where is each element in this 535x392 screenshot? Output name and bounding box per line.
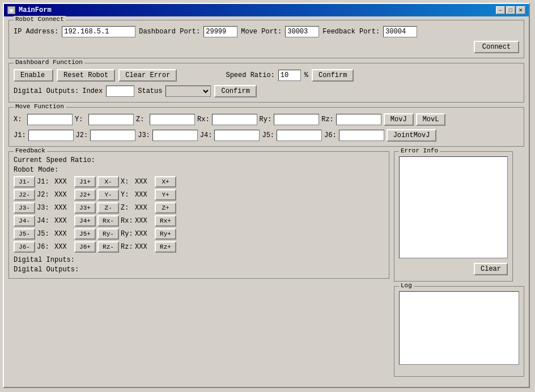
jog-val2-3: XXX: [135, 217, 153, 225]
clear-error-button[interactable]: Clear Error: [118, 69, 177, 82]
digital-index-input[interactable]: [106, 86, 134, 97]
jog-minus2-btn-3[interactable]: Rx-: [97, 215, 119, 227]
jog-minus2-btn-5[interactable]: Rz-: [97, 241, 119, 253]
main-window: ▣ MainForm − □ ✕ Robot Connect IP Addres…: [3, 3, 530, 388]
jog-minus2-btn-0[interactable]: X-: [97, 176, 119, 188]
j2-label: J2:: [76, 131, 88, 139]
title-bar-controls: − □ ✕: [496, 6, 525, 14]
jog-minus-btn-4[interactable]: J5-: [14, 228, 35, 240]
connect-row: Connect: [14, 41, 519, 53]
j5-input[interactable]: [277, 130, 322, 141]
jog-minus2-btn-1[interactable]: Y-: [97, 189, 119, 201]
j1-label: J1:: [14, 131, 26, 139]
jog-container: J1- J1: XXX J1+ X- X: XXX X+ J2- J2: XXX…: [14, 176, 384, 253]
title-bar-text: ▣ MainForm: [7, 6, 52, 14]
jog-row-1: J2- J2: XXX J2+ Y- Y: XXX Y+: [14, 189, 384, 201]
jog-minus-btn-2[interactable]: J3-: [14, 202, 35, 214]
ry-input[interactable]: [274, 114, 319, 125]
jog-val-5: XXX: [54, 243, 73, 251]
dashboard-label: Dashboard Function: [14, 59, 84, 66]
jog-row-4: J5- J5: XXX J5+ Ry- Ry: XXX Ry+: [14, 228, 384, 240]
dashboard-port-input[interactable]: [203, 26, 237, 37]
jog-val2-label-2: Z:: [121, 204, 133, 212]
jog-minus-btn-0[interactable]: J1-: [14, 176, 35, 188]
jog-plus-btn-1[interactable]: J2+: [74, 189, 96, 201]
jog-minus2-btn-2[interactable]: Z-: [97, 202, 119, 214]
j4-label: J4:: [200, 131, 213, 139]
jog-minus-btn-3[interactable]: J4-: [14, 215, 35, 227]
j2-input[interactable]: [90, 130, 135, 141]
j5-label: J5:: [262, 131, 274, 139]
jog-plus2-btn-3[interactable]: Rx+: [155, 215, 176, 227]
j6-input[interactable]: [339, 130, 384, 141]
jog-plus-btn-0[interactable]: J1+: [74, 176, 96, 188]
jog-minus2-btn-4[interactable]: Ry-: [97, 228, 119, 240]
jog-val2-label-5: Rz:: [121, 243, 133, 251]
speed-ratio-input[interactable]: [278, 70, 301, 81]
x-input[interactable]: [27, 114, 73, 125]
jog-label-4: J5:: [37, 230, 53, 238]
j3-input[interactable]: [152, 130, 198, 141]
jog-val2-1: XXX: [135, 191, 153, 199]
j4-input[interactable]: [214, 130, 260, 141]
jog-val2-4: XXX: [135, 230, 153, 238]
dashboard-row1: Enable Reset Robot Clear Error Speed Rat…: [14, 69, 519, 82]
log-textarea[interactable]: [399, 291, 519, 365]
jog-row-5: J6- J6: XXX J6+ Rz- Rz: XXX Rz+: [14, 241, 384, 253]
jog-val-0: XXX: [54, 178, 73, 186]
movl-button[interactable]: MovL: [416, 113, 446, 126]
jog-label-5: J6:: [37, 243, 53, 251]
connect-button[interactable]: Connect: [474, 41, 519, 53]
jog-minus-btn-5[interactable]: J6-: [14, 241, 35, 253]
enable-button[interactable]: Enable: [14, 69, 53, 82]
jog-plus2-btn-5[interactable]: Rz+: [155, 241, 176, 253]
feedback-port-input[interactable]: [383, 26, 417, 37]
ip-address-input[interactable]: [62, 26, 135, 37]
y-input[interactable]: [88, 114, 134, 125]
rz-input[interactable]: [336, 114, 381, 125]
j1-input[interactable]: [28, 130, 74, 141]
joint-movj-button[interactable]: JointMovJ: [387, 129, 437, 142]
speed-confirm-button[interactable]: Confirm: [312, 69, 354, 82]
jog-val2-label-0: X:: [121, 178, 133, 186]
clear-row: Clear: [399, 263, 508, 275]
clear-button[interactable]: Clear: [474, 263, 508, 275]
jog-plus2-btn-0[interactable]: X+: [155, 176, 176, 188]
jog-label-0: J1:: [37, 178, 53, 186]
movj-button[interactable]: MovJ: [384, 113, 414, 126]
reset-robot-button[interactable]: Reset Robot: [57, 69, 115, 82]
rz-label: Rz:: [321, 116, 334, 123]
jog-plus2-btn-4[interactable]: Ry+: [155, 228, 176, 240]
jog-val2-5: XXX: [135, 243, 153, 251]
app-icon: ▣: [7, 6, 15, 14]
percent-label: %: [304, 71, 308, 79]
error-info-textarea[interactable]: [399, 156, 508, 258]
move-port-input[interactable]: [285, 26, 319, 37]
status-select[interactable]: [165, 86, 211, 97]
jog-plus-btn-5[interactable]: J6+: [74, 241, 96, 253]
jog-plus-btn-4[interactable]: J5+: [74, 228, 96, 240]
jog-minus-btn-1[interactable]: J2-: [14, 189, 35, 201]
log-group: Log: [394, 286, 524, 377]
digital-inputs-label: Digital Inputs:: [14, 256, 75, 264]
maximize-button[interactable]: □: [506, 6, 515, 14]
bottom-row: Feedback Current Speed Ratio: Robot Mode…: [9, 151, 524, 381]
jog-plus-btn-2[interactable]: J3+: [74, 202, 96, 214]
robot-connect-label: Robot Connect: [14, 16, 66, 23]
feedback-group: Feedback Current Speed Ratio: Robot Mode…: [9, 151, 389, 279]
robot-mode-row: Robot Mode:: [14, 166, 384, 174]
digital-confirm-button[interactable]: Confirm: [214, 85, 256, 97]
minimize-button[interactable]: −: [496, 6, 505, 14]
jog-plus2-btn-2[interactable]: Z+: [155, 202, 176, 214]
jog-plus-btn-3[interactable]: J4+: [74, 215, 96, 227]
robot-connect-row: IP Address: Dashboard Port: Move Port: F…: [14, 26, 519, 37]
jog-row-0: J1- J1: XXX J1+ X- X: XXX X+: [14, 176, 384, 188]
dashboard-row2: Digital Outputs: Index Status Confirm: [14, 85, 519, 97]
error-info-group: Error Info Clear: [394, 151, 513, 282]
jog-plus2-btn-1[interactable]: Y+: [155, 189, 176, 201]
rx-input[interactable]: [212, 114, 257, 125]
z-input[interactable]: [150, 114, 195, 125]
current-speed-row: Current Speed Ratio:: [14, 156, 384, 164]
close-button[interactable]: ✕: [516, 6, 525, 14]
jog-label-2: J3:: [37, 204, 53, 212]
